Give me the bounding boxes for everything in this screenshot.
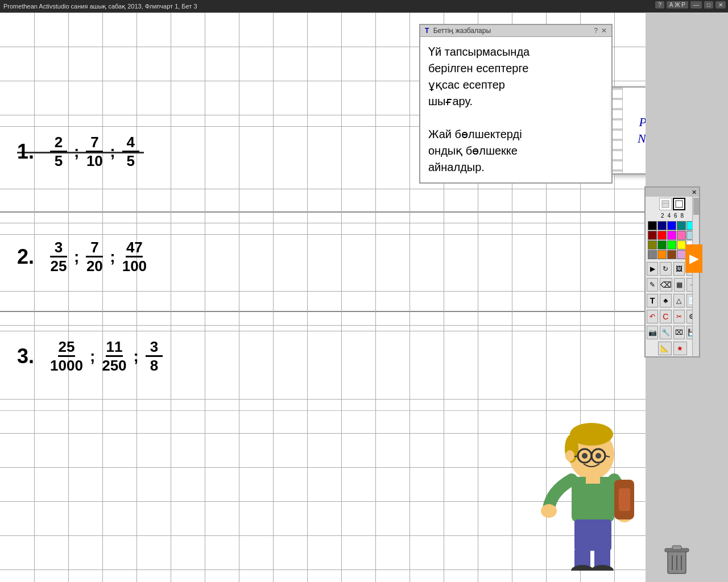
camera-tool[interactable]: 📷: [647, 326, 658, 339]
svg-rect-22: [662, 201, 669, 207]
number-row: 2 4 6 8: [646, 211, 699, 220]
redo-tool[interactable]: C: [660, 310, 671, 323]
color-plum[interactable]: [677, 250, 686, 259]
fill-tool[interactable]: ▦: [674, 278, 685, 292]
p1-f1-numerator: 2: [50, 135, 67, 152]
main-whiteboard: 1. 2 5 ; 7 10 ; 4 5 2.: [0, 13, 646, 582]
num-6: 6: [674, 213, 677, 219]
color-magenta[interactable]: [667, 231, 676, 240]
color-teal[interactable]: [677, 221, 686, 230]
lang-btn[interactable]: А Ж Р: [667, 1, 688, 9]
p2-sep-2: ;: [110, 248, 115, 266]
color-pink[interactable]: [677, 231, 686, 240]
p3-f1-numerator: 25: [58, 339, 75, 357]
grid-tool[interactable]: ⌧: [673, 326, 685, 339]
pointer-tool[interactable]: 📐: [658, 342, 672, 355]
problem-1-fraction-3: 4 5: [122, 135, 139, 168]
close-btn[interactable]: ✕: [715, 1, 726, 9]
titlebar: Promethean Activstudio сания ашық сабақ …: [0, 0, 728, 13]
svg-rect-14: [574, 519, 611, 551]
p1-f3-numerator: 4: [122, 135, 139, 152]
svg-point-10: [565, 450, 574, 462]
problem-1: 1. 2 5 ; 7 10 ; 4 5: [17, 135, 144, 168]
wrench-tool[interactable]: 🔧: [660, 326, 671, 339]
p2-f1-numerator: 3: [50, 240, 67, 257]
scissors-tool[interactable]: ✂: [673, 310, 685, 323]
image-tool[interactable]: 🖼: [673, 262, 685, 276]
p1-f1-denominator: 5: [50, 152, 67, 168]
color-gray[interactable]: [648, 250, 657, 259]
p3-f2-denominator: 250: [102, 357, 126, 373]
p2-sep-1: ;: [74, 248, 79, 266]
small-toolbar-close[interactable]: ✕: [692, 189, 697, 196]
page-nav-row: [646, 197, 699, 211]
text-tool[interactable]: T: [647, 294, 658, 307]
scrollbar-thumb[interactable]: [693, 198, 699, 215]
p1-f2-numerator: 7: [86, 135, 103, 152]
color-black[interactable]: [648, 221, 657, 230]
small-toolbar-header: ✕: [646, 188, 699, 197]
p2-f3-numerator: 47: [126, 240, 143, 257]
notebook-lines-decoration: [613, 88, 623, 173]
select-tool[interactable]: ▶: [647, 262, 658, 276]
p3-f2-numerator: 11: [106, 339, 123, 357]
problem-2: 2. 3 25 ; 7 20 ; 47 100: [17, 240, 151, 273]
p2-f3-denominator: 100: [122, 257, 147, 273]
color-maroon[interactable]: [648, 231, 657, 240]
problem-3: 3. 25 1000 ; 11 250 ; 3 8: [17, 339, 167, 373]
stamp-tool[interactable]: ★: [673, 342, 687, 355]
notes-panel-title: T Беттің жазбалары: [425, 27, 491, 35]
title-text: Promethean Activstudio сания ашық сабақ …: [3, 3, 197, 10]
undo-tool[interactable]: ↶: [647, 310, 658, 323]
p1-f3-denominator: 5: [122, 152, 139, 168]
p3-f3-denominator: 8: [146, 357, 163, 373]
color-olive[interactable]: [648, 240, 657, 250]
problem-1-fraction-1: 2 5: [50, 135, 67, 168]
page-notes-widget[interactable]: Page Notes: [611, 86, 646, 174]
color-brown[interactable]: [667, 250, 676, 259]
help-btn[interactable]: ?: [655, 1, 664, 9]
p2-f2-denominator: 20: [86, 257, 103, 273]
color-darkblue[interactable]: [657, 221, 667, 230]
maximize-btn[interactable]: □: [704, 1, 713, 9]
bucket-tool[interactable]: ♣: [660, 294, 671, 307]
notes-panel-header: T Беттің жазбалары ? ✕: [420, 25, 611, 37]
svg-rect-19: [586, 475, 600, 484]
problem-2-fraction-2: 7 20: [86, 240, 103, 273]
tools-row-2: ✎ ⌫ ▦ →: [646, 277, 699, 293]
color-yellow[interactable]: [677, 240, 686, 250]
color-green[interactable]: [657, 240, 667, 250]
tools-row-4: ↶ C ✂ ⚙: [646, 309, 699, 325]
student-illustration: [529, 423, 637, 571]
notes-panel: T Беттің жазбалары ? ✕ Үй тапсырмасында …: [419, 24, 613, 184]
tools-row-3: T ♣ △ 📄: [646, 293, 699, 309]
pen-tool[interactable]: ✎: [647, 278, 658, 292]
trash-icon[interactable]: [663, 543, 691, 577]
num-8: 8: [681, 213, 684, 219]
toolbar-scrollbar[interactable]: [692, 197, 699, 356]
notes-close-btn[interactable]: ✕: [601, 27, 607, 35]
color-red[interactable]: [657, 231, 667, 240]
problem-3-number: 3.: [17, 344, 34, 368]
notes-help-btn[interactable]: ?: [594, 27, 598, 35]
problem-3-fraction-3: 3 8: [146, 339, 163, 373]
color-lime[interactable]: [667, 240, 676, 250]
problem-2-fraction-3: 47 100: [122, 240, 147, 273]
problem-3-fraction-1: 25 1000: [50, 339, 83, 373]
next-page-arrow[interactable]: ▶: [685, 244, 702, 273]
color-blue[interactable]: [667, 221, 676, 230]
shapes-tool[interactable]: △: [673, 294, 685, 307]
p2-f2-numerator: 7: [86, 240, 103, 257]
eraser-tool[interactable]: ⌫: [660, 278, 672, 292]
page-icon-1[interactable]: [659, 198, 672, 210]
svg-point-8: [582, 453, 588, 459]
titlebar-controls[interactable]: ? А Ж Р — □ ✕: [655, 1, 726, 9]
num-2: 2: [661, 213, 664, 219]
minimize-btn[interactable]: —: [690, 1, 702, 9]
color-orange[interactable]: [657, 250, 667, 259]
notes-panel-controls[interactable]: ? ✕: [594, 27, 607, 35]
problem-2-number: 2.: [17, 245, 34, 269]
rotate-tool[interactable]: ↻: [660, 262, 671, 276]
page-icon-2[interactable]: [673, 198, 685, 210]
p1-sep-2: ;: [110, 143, 115, 161]
